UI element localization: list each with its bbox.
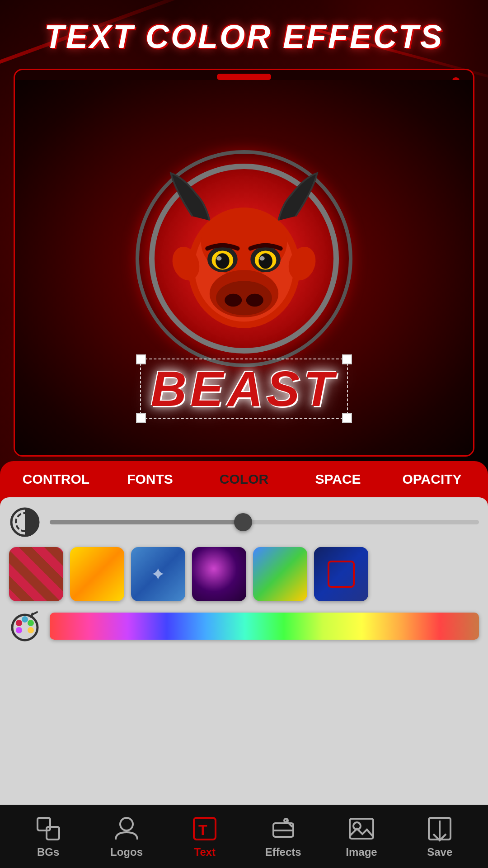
swatch-yellow[interactable] xyxy=(70,547,124,601)
nav-bgs-label: BGs xyxy=(37,846,59,859)
svg-point-11 xyxy=(216,253,229,269)
nav-image[interactable]: Image xyxy=(322,814,400,859)
canvas-content[interactable]: BEAST xyxy=(15,80,473,455)
svg-rect-36 xyxy=(350,819,373,839)
panel-content xyxy=(0,497,488,805)
title-bar: TEXT COLOR EFFECTS xyxy=(0,0,488,64)
text-selection-box[interactable]: BEAST xyxy=(140,359,348,419)
tab-control[interactable]: CONTROL xyxy=(9,467,103,491)
nav-text-label: Text xyxy=(194,846,216,859)
nav-text[interactable]: T Text xyxy=(166,814,244,859)
tab-opacity[interactable]: OPACITY xyxy=(385,467,479,491)
svg-point-24 xyxy=(16,627,22,633)
nav-effects-label: Effects xyxy=(265,846,301,859)
slider-thumb[interactable] xyxy=(234,513,252,531)
svg-rect-28 xyxy=(47,827,59,840)
layers-icon xyxy=(34,814,63,843)
svg-line-26 xyxy=(31,614,33,617)
page-title: TEXT COLOR EFFECTS xyxy=(44,19,444,55)
palette-icon xyxy=(9,610,41,642)
bull-icon xyxy=(163,165,325,345)
svg-point-5 xyxy=(225,294,242,307)
nav-bgs[interactable]: BGs xyxy=(9,814,87,859)
contrast-slider-row xyxy=(9,506,479,538)
contrast-slider-track[interactable] xyxy=(50,520,479,524)
nav-effects[interactable]: Effects xyxy=(244,814,322,859)
selection-handle-br[interactable] xyxy=(342,413,352,423)
nav-save[interactable]: Save xyxy=(401,814,479,859)
svg-point-12 xyxy=(258,253,272,269)
nav-logos-label: Logos xyxy=(110,846,143,859)
nav-logos[interactable]: Logos xyxy=(87,814,165,859)
nav-image-label: Image xyxy=(346,846,377,859)
text-icon: T xyxy=(190,814,219,843)
svg-point-13 xyxy=(216,256,221,261)
nav-save-label: Save xyxy=(427,846,452,859)
svg-point-20 xyxy=(16,620,22,626)
color-gradient-bar[interactable] xyxy=(50,613,479,640)
tab-space[interactable]: SPACE xyxy=(291,467,385,491)
beast-logo xyxy=(120,132,368,385)
canvas-top-bar xyxy=(217,74,271,80)
swatch-gradient[interactable] xyxy=(253,547,307,601)
save-icon xyxy=(425,814,454,843)
tab-fonts[interactable]: FONTS xyxy=(103,467,197,491)
svg-text:T: T xyxy=(198,822,207,838)
selection-handle-bl[interactable] xyxy=(136,413,146,423)
swatch-purple[interactable] xyxy=(192,547,246,601)
color-swatches-row xyxy=(9,547,479,601)
svg-rect-27 xyxy=(38,818,50,830)
svg-point-6 xyxy=(246,294,263,307)
bottom-nav: BGs Logos T Text xyxy=(0,805,488,868)
selection-handle-tl[interactable] xyxy=(136,354,146,364)
control-panel: CONTROL FONTS COLOR SPACE OPACITY xyxy=(0,461,488,805)
svg-point-21 xyxy=(22,616,28,623)
color-picker-row xyxy=(9,610,479,642)
svg-point-4 xyxy=(216,281,272,315)
effects-icon xyxy=(269,814,298,843)
swatch-dark-blue[interactable] xyxy=(314,547,368,601)
swatch-red[interactable] xyxy=(9,547,63,601)
svg-point-29 xyxy=(120,818,133,830)
canvas-area: BEAST xyxy=(14,69,474,457)
tab-color[interactable]: COLOR xyxy=(197,467,291,491)
svg-point-14 xyxy=(259,256,264,261)
slider-fill xyxy=(50,520,243,524)
tab-bar: CONTROL FONTS COLOR SPACE OPACITY xyxy=(0,461,488,497)
image-icon xyxy=(347,814,376,843)
svg-point-23 xyxy=(28,627,34,633)
selection-handle-tr[interactable] xyxy=(342,354,352,364)
beast-text-label: BEAST xyxy=(150,364,338,414)
contrast-icon xyxy=(9,506,41,538)
user-icon xyxy=(112,814,141,843)
svg-point-22 xyxy=(28,620,34,626)
swatch-blue[interactable] xyxy=(131,547,185,601)
